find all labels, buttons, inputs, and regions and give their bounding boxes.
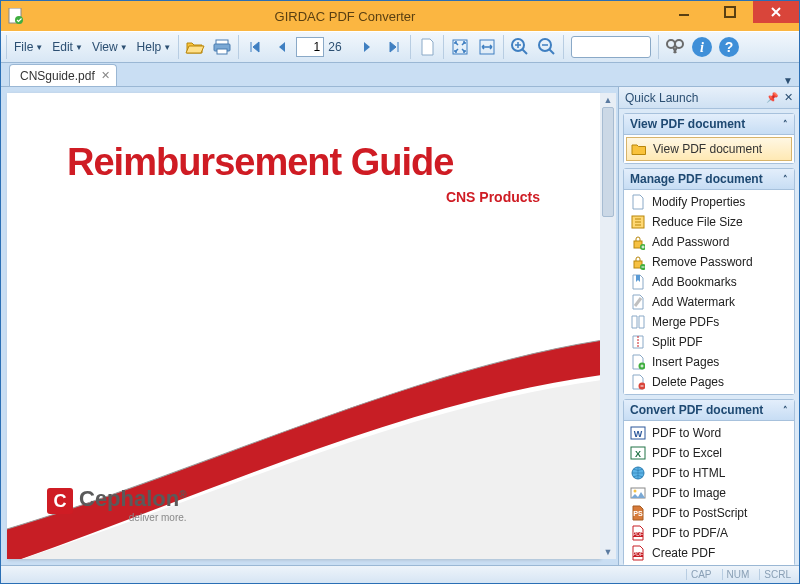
page-total-label: 26 (325, 40, 353, 54)
item-view-pdf-document[interactable]: View PDF document (626, 137, 792, 161)
background-swoosh (7, 329, 600, 559)
item-pdf-to-html[interactable]: PDF to HTML (626, 463, 792, 483)
item-pdf-to-excel[interactable]: XPDF to Excel (626, 443, 792, 463)
find-button[interactable] (662, 34, 688, 60)
first-page-button[interactable] (242, 34, 268, 60)
menu-view[interactable]: View▼ (88, 37, 132, 57)
pin-icon[interactable]: 📌 (766, 92, 778, 103)
status-scrl: SCRL (759, 569, 795, 580)
merge-icon (630, 314, 646, 330)
close-tab-icon[interactable]: ✕ (101, 69, 110, 82)
watermark-icon (630, 294, 646, 310)
item-add-password[interactable]: Add Password (626, 232, 792, 252)
item-create-pdf[interactable]: PDFCreate PDF (626, 543, 792, 563)
print-button[interactable] (209, 34, 235, 60)
zoom-out-button[interactable] (534, 34, 560, 60)
svg-text:X: X (635, 449, 641, 459)
tab-menu-button[interactable]: ▼ (783, 75, 793, 86)
info-button[interactable]: i (689, 34, 715, 60)
next-page-button[interactable] (354, 34, 380, 60)
item-merge-pdfs[interactable]: Merge PDFs (626, 312, 792, 332)
section-head-view[interactable]: View PDF document ˄ (624, 114, 794, 135)
page-number-input[interactable] (296, 37, 324, 57)
minimize-button[interactable] (661, 1, 707, 23)
item-insert-pages[interactable]: Insert Pages (626, 352, 792, 372)
item-reduce-file-size[interactable]: Reduce File Size (626, 212, 792, 232)
viewer-area: Reimbursement Guide CNS Products C Cepha… (1, 87, 619, 565)
compress-icon (630, 214, 646, 230)
new-page-button[interactable] (414, 34, 440, 60)
panel-title: Quick Launch (625, 91, 698, 105)
image-icon (630, 485, 646, 501)
item-pdf-to-pdfa[interactable]: PDFPDF to PDF/A (626, 523, 792, 543)
item-pdf-to-postscript[interactable]: PSPDF to PostScript (626, 503, 792, 523)
document-title: Reimbursement Guide (67, 141, 453, 184)
last-page-button[interactable] (381, 34, 407, 60)
help-button[interactable]: ? (716, 34, 742, 60)
vertical-scrollbar[interactable]: ▲ ▼ (600, 93, 616, 559)
page-icon (630, 194, 646, 210)
excel-icon: X (630, 445, 646, 461)
section-head-convert[interactable]: Convert PDF document ˄ (624, 400, 794, 421)
close-button[interactable] (753, 1, 799, 23)
status-num: NUM (722, 569, 754, 580)
menu-edit[interactable]: Edit▼ (48, 37, 87, 57)
svg-rect-3 (725, 7, 735, 17)
fit-width-button[interactable] (474, 34, 500, 60)
search-input[interactable] (571, 36, 651, 58)
delete-page-icon (630, 374, 646, 390)
close-panel-icon[interactable]: ✕ (784, 91, 793, 104)
window-title: GIRDAC PDF Converter (29, 9, 661, 24)
scroll-down-icon[interactable]: ▼ (600, 545, 616, 559)
lock-remove-icon (630, 254, 646, 270)
zoom-in-button[interactable] (507, 34, 533, 60)
item-add-watermark[interactable]: Add Watermark (626, 292, 792, 312)
svg-text:PS: PS (633, 510, 643, 517)
item-delete-pages[interactable]: Delete Pages (626, 372, 792, 392)
menu-file[interactable]: File▼ (10, 37, 47, 57)
section-head-manage[interactable]: Manage PDF document ˄ (624, 169, 794, 190)
panel-header: Quick Launch 📌 ✕ (619, 87, 799, 109)
fit-page-button[interactable] (447, 34, 473, 60)
svg-text:i: i (700, 40, 704, 55)
svg-text:PDF: PDF (633, 531, 643, 537)
scroll-up-icon[interactable]: ▲ (600, 93, 616, 107)
document-page[interactable]: Reimbursement Guide CNS Products C Cepha… (7, 93, 600, 559)
svg-rect-2 (679, 14, 689, 16)
item-add-bookmarks[interactable]: Add Bookmarks (626, 272, 792, 292)
word-icon: W (630, 425, 646, 441)
quick-launch-panel: Quick Launch 📌 ✕ View PDF document ˄ Vie… (619, 87, 799, 565)
logo-tagline: deliver more. (79, 512, 187, 523)
window-controls (661, 1, 799, 31)
collapse-icon: ˄ (783, 119, 788, 129)
chevron-down-icon: ▼ (35, 43, 43, 52)
insert-page-icon (630, 354, 646, 370)
scrollbar-thumb[interactable] (602, 107, 614, 217)
pdfa-icon: PDF (630, 525, 646, 541)
document-subtitle: CNS Products (446, 189, 540, 205)
logo-name: Cephalon® (79, 488, 187, 510)
svg-rect-6 (217, 49, 227, 54)
logo-mark-icon: C (47, 488, 73, 514)
section-manage-pdf: Manage PDF document ˄ Modify Properties … (623, 168, 795, 395)
app-icon (7, 8, 23, 24)
menu-help[interactable]: Help▼ (133, 37, 176, 57)
prev-page-button[interactable] (269, 34, 295, 60)
bookmark-icon (630, 274, 646, 290)
svg-point-30 (634, 490, 637, 493)
maximize-button[interactable] (707, 1, 753, 23)
item-split-pdf[interactable]: Split PDF (626, 332, 792, 352)
item-pdf-to-image[interactable]: PDF to Image (626, 483, 792, 503)
chevron-down-icon: ▼ (75, 43, 83, 52)
section-view-pdf: View PDF document ˄ View PDF document (623, 113, 795, 164)
item-remove-password[interactable]: Remove Password (626, 252, 792, 272)
item-modify-properties[interactable]: Modify Properties (626, 192, 792, 212)
statusbar: CAP NUM SCRL (1, 565, 799, 583)
document-tab[interactable]: CNSguide.pdf ✕ (9, 64, 117, 86)
section-convert-pdf: Convert PDF document ˄ WPDF to Word XPDF… (623, 399, 795, 565)
item-pdf-to-word[interactable]: WPDF to Word (626, 423, 792, 443)
pdf-icon: PDF (630, 545, 646, 561)
open-button[interactable] (182, 34, 208, 60)
tabstrip: CNSguide.pdf ✕ ▼ (1, 63, 799, 87)
titlebar: GIRDAC PDF Converter (1, 1, 799, 31)
